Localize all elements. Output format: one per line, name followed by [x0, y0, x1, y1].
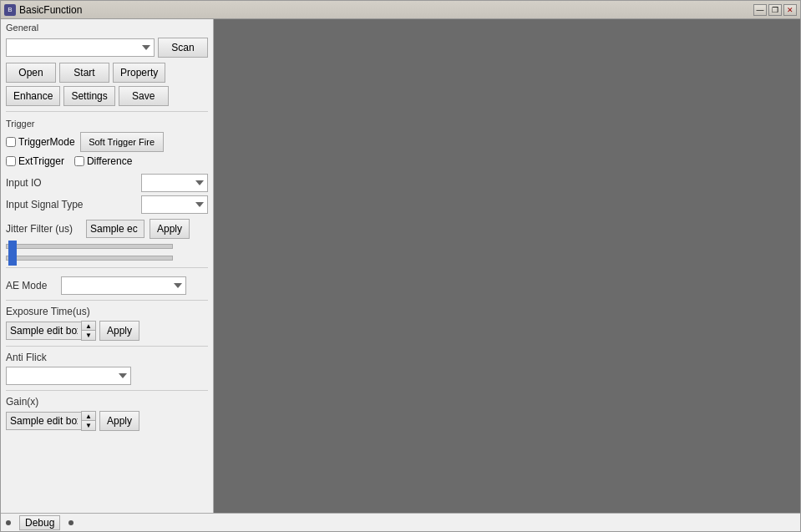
- left-panel: General Scan Open Start Property Enhance…: [1, 19, 214, 513]
- buttons-row-2: Enhance Settings Save: [1, 84, 213, 108]
- anti-flick-section: Anti Flick: [1, 350, 213, 387]
- save-button[interactable]: Save: [119, 86, 169, 106]
- exposure-apply-button[interactable]: Apply: [99, 321, 139, 341]
- gain-spinbox: ▲ ▼: [6, 411, 96, 431]
- general-label: General: [1, 19, 213, 34]
- exposure-spinbox-row: ▲ ▼ Apply: [6, 321, 208, 341]
- main-content: General Scan Open Start Property Enhance…: [1, 19, 800, 513]
- buttons-row-1: Open Start Property: [1, 61, 213, 84]
- trigger-row1: TriggerMode Soft Trigger Fire: [6, 132, 208, 152]
- anti-flick-dropdown[interactable]: [6, 367, 131, 385]
- restore-button[interactable]: ❐: [768, 4, 782, 16]
- gain-spinbox-row: ▲ ▼ Apply: [6, 411, 208, 431]
- jitter-apply-button[interactable]: Apply: [150, 219, 190, 239]
- exposure-spin-buttons: ▲ ▼: [81, 321, 96, 341]
- debug-button[interactable]: Debug: [19, 515, 60, 530]
- gain-spin-buttons: ▲ ▼: [81, 411, 96, 431]
- slider-track-1: [6, 244, 173, 249]
- difference-label: Difference: [87, 155, 132, 167]
- ext-trigger-checkbox-label[interactable]: ExtTrigger: [6, 155, 64, 167]
- exposure-label: Exposure Time(us): [6, 306, 208, 317]
- title-bar-left: B BasicFunction: [4, 4, 82, 16]
- divider-1: [6, 111, 208, 112]
- trigger-mode-checkbox[interactable]: [6, 137, 16, 147]
- ae-mode-row: AE Mode: [1, 275, 213, 296]
- trigger-label: Trigger: [6, 119, 208, 129]
- jitter-input[interactable]: [86, 220, 144, 238]
- trigger-mode-checkbox-label[interactable]: TriggerMode: [6, 136, 75, 148]
- close-button[interactable]: ✕: [783, 4, 797, 16]
- gain-section: Gain(x) ▲ ▼ Apply: [1, 394, 213, 433]
- slider-thumb-2[interactable]: [8, 252, 17, 266]
- trigger-row2: ExtTrigger Difference: [6, 155, 208, 167]
- settings-button[interactable]: Settings: [63, 86, 114, 106]
- jitter-row: Jitter Filter (us) Apply: [1, 217, 213, 241]
- window-title: BasicFunction: [19, 4, 82, 16]
- input-signal-dropdown[interactable]: [141, 195, 208, 214]
- difference-checkbox[interactable]: [74, 156, 84, 166]
- gain-spin-down[interactable]: ▼: [82, 421, 95, 430]
- ext-trigger-label: ExtTrigger: [18, 155, 64, 167]
- title-bar: B BasicFunction — ❐ ✕: [1, 1, 800, 19]
- input-signal-label: Input Signal Type: [6, 199, 84, 210]
- open-button[interactable]: Open: [6, 63, 56, 83]
- input-io-dropdown[interactable]: [141, 174, 208, 192]
- window-controls: — ❐ ✕: [753, 4, 797, 16]
- dot-left: [6, 520, 11, 525]
- input-io-row: Input IO: [1, 174, 213, 192]
- input-signal-row: Input Signal Type: [1, 195, 213, 214]
- ae-mode-dropdown[interactable]: [61, 276, 186, 295]
- bottom-bar: Debug: [1, 513, 800, 531]
- difference-checkbox-label[interactable]: Difference: [74, 155, 132, 167]
- dot-right: [68, 520, 74, 525]
- trigger-mode-label: TriggerMode: [18, 136, 75, 148]
- property-button[interactable]: Property: [113, 63, 165, 83]
- exposure-spin-down[interactable]: ▼: [82, 331, 95, 340]
- minimize-button[interactable]: —: [753, 4, 767, 16]
- exposure-section: Exposure Time(us) ▲ ▼ Apply: [1, 304, 213, 342]
- input-io-label: Input IO: [6, 177, 81, 189]
- ae-mode-label: AE Mode: [6, 280, 56, 291]
- enhance-button[interactable]: Enhance: [6, 86, 60, 106]
- divider-3: [6, 300, 208, 301]
- main-window: B BasicFunction — ❐ ✕ General Scan Ope: [0, 0, 801, 532]
- exposure-input[interactable]: [6, 322, 81, 340]
- gain-input[interactable]: [6, 412, 81, 430]
- top-row: Scan: [1, 34, 213, 61]
- divider-5: [6, 390, 208, 391]
- gain-label: Gain(x): [6, 396, 208, 408]
- camera-view: [214, 19, 800, 513]
- gain-apply-button[interactable]: Apply: [99, 411, 139, 431]
- gain-spin-up[interactable]: ▲: [82, 412, 95, 421]
- divider-2: [6, 267, 208, 268]
- soft-trigger-button[interactable]: Soft Trigger Fire: [80, 132, 164, 152]
- main-dropdown[interactable]: [6, 38, 155, 57]
- anti-flick-label: Anti Flick: [6, 352, 208, 363]
- exposure-spin-up[interactable]: ▲: [82, 322, 95, 331]
- ext-trigger-checkbox[interactable]: [6, 156, 16, 166]
- app-icon: B: [4, 4, 16, 16]
- scan-button[interactable]: Scan: [158, 38, 208, 58]
- trigger-section: Trigger TriggerMode Soft Trigger Fire Ex…: [1, 115, 213, 174]
- slider-track-2: [6, 256, 173, 261]
- exposure-spinbox: ▲ ▼: [6, 321, 96, 341]
- divider-4: [6, 346, 208, 347]
- start-button[interactable]: Start: [59, 63, 109, 83]
- jitter-label: Jitter Filter (us): [6, 223, 81, 235]
